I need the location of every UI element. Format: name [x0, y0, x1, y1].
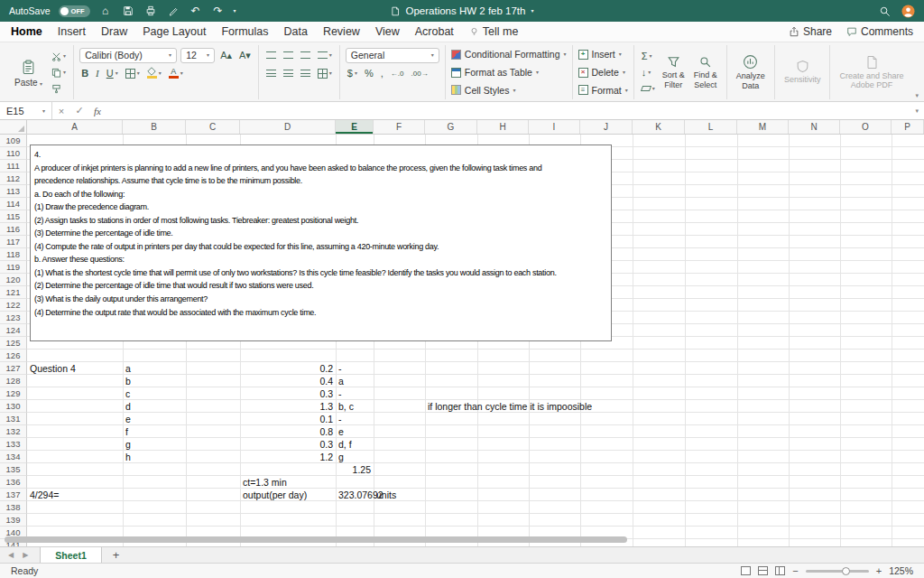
format-painter-button[interactable]: [50, 81, 68, 97]
cell-D127[interactable]: 0.2: [240, 362, 336, 375]
comma-style-button[interactable]: ,: [379, 66, 385, 81]
cell-B129[interactable]: c: [123, 387, 133, 400]
column-header-C[interactable]: C: [186, 120, 240, 134]
analyze-data-button[interactable]: Analyze Data: [733, 53, 769, 91]
tab-view[interactable]: View: [375, 25, 400, 38]
home-icon[interactable]: ⌂: [98, 4, 113, 18]
row-header-128[interactable]: 128: [0, 375, 27, 387]
search-icon[interactable]: [879, 5, 891, 17]
confirm-entry-button[interactable]: ✓: [70, 105, 88, 117]
column-header-I[interactable]: I: [529, 120, 580, 134]
tab-review[interactable]: Review: [323, 25, 360, 38]
tab-insert[interactable]: Insert: [58, 25, 86, 38]
share-button[interactable]: Share: [789, 25, 832, 38]
cell-F137[interactable]: units: [374, 489, 399, 501]
column-header-J[interactable]: J: [580, 120, 633, 134]
font-name-select[interactable]: Calibri (Body)▾: [79, 48, 177, 63]
find-select-button[interactable]: Find & Select: [690, 46, 721, 98]
row-header-110[interactable]: 110: [0, 147, 27, 160]
formula-input[interactable]: [106, 102, 915, 119]
cell-E128[interactable]: a: [336, 375, 346, 387]
cell-D133[interactable]: 0.3: [240, 438, 336, 451]
cell-B134[interactable]: h: [123, 451, 134, 463]
cell-D130[interactable]: 1.3: [240, 400, 336, 413]
row-header-114[interactable]: 114: [0, 198, 27, 210]
insert-cells-button[interactable]: + Insert▾: [578, 46, 628, 63]
conditional-formatting-button[interactable]: Conditional Formatting▾: [451, 46, 567, 63]
cell-B133[interactable]: g: [123, 438, 134, 451]
zoom-in-button[interactable]: +: [876, 565, 882, 576]
comments-button[interactable]: Comments: [846, 25, 913, 38]
font-color-button[interactable]: A ▾: [167, 66, 185, 81]
name-box[interactable]: E15 ▾: [0, 102, 52, 119]
merge-center-button[interactable]: ▾: [316, 66, 334, 81]
add-sheet-button[interactable]: +: [106, 548, 127, 562]
cell-B131[interactable]: e: [123, 413, 134, 425]
column-header-H[interactable]: H: [477, 120, 529, 134]
cell-D129[interactable]: 0.3: [240, 387, 336, 400]
row-header-112[interactable]: 112: [0, 172, 27, 185]
fill-button[interactable]: ↓▾: [640, 65, 657, 80]
normal-view-icon[interactable]: [741, 566, 751, 575]
row-header-139[interactable]: 139: [0, 514, 27, 527]
cell-G130[interactable]: if longer than cycle time it is impoosib…: [425, 400, 595, 413]
cell-E131[interactable]: -: [336, 413, 345, 425]
cut-button[interactable]: ▾: [50, 49, 68, 64]
shrink-font-button[interactable]: A▾: [237, 48, 253, 63]
column-header-M[interactable]: M: [737, 120, 789, 134]
cell-E135[interactable]: 1.25: [336, 463, 374, 476]
column-header-F[interactable]: F: [374, 120, 425, 134]
cell-E130[interactable]: b, c: [336, 400, 356, 413]
cell-A127[interactable]: Question 4: [27, 362, 79, 375]
align-middle-button[interactable]: [282, 48, 295, 63]
row-header-111[interactable]: 111: [0, 160, 27, 172]
tab-home[interactable]: Home: [11, 25, 42, 38]
row-header-122[interactable]: 122: [0, 299, 27, 312]
row-header-134[interactable]: 134: [0, 451, 27, 463]
row-header-131[interactable]: 131: [0, 413, 27, 425]
cell-styles-button[interactable]: Cell Styles▾: [451, 81, 567, 98]
autosum-button[interactable]: Σ▾: [640, 49, 657, 64]
row-header-138[interactable]: 138: [0, 501, 27, 514]
autosave-toggle[interactable]: OFF: [59, 5, 90, 17]
decrease-decimal-button[interactable]: .00→: [410, 66, 430, 81]
align-right-button[interactable]: [299, 66, 312, 81]
row-header-118[interactable]: 118: [0, 248, 27, 261]
grow-font-button[interactable]: A▴: [218, 48, 234, 63]
column-header-P[interactable]: P: [892, 120, 924, 134]
wrap-text-button[interactable]: ▾: [316, 48, 334, 63]
insert-function-button[interactable]: fx: [88, 106, 106, 117]
tab-formulas[interactable]: Formulas: [221, 25, 268, 38]
ribbon-collapse-icon[interactable]: ▾: [915, 92, 919, 99]
column-header-D[interactable]: D: [240, 120, 336, 134]
cell-E132[interactable]: e: [336, 425, 346, 438]
column-header-B[interactable]: B: [123, 120, 186, 134]
next-sheet-icon[interactable]: ▶: [20, 551, 31, 559]
borders-button[interactable]: ▾: [124, 66, 142, 81]
row-header-124[interactable]: 124: [0, 324, 27, 337]
tab-data[interactable]: Data: [283, 25, 307, 38]
zoom-slider[interactable]: [806, 570, 869, 573]
cell-D128[interactable]: 0.4: [240, 375, 336, 387]
row-header-116[interactable]: 116: [0, 223, 27, 236]
align-left-button[interactable]: [264, 66, 278, 81]
row-header-133[interactable]: 133: [0, 438, 27, 451]
tab-acrobat[interactable]: Acrobat: [415, 25, 454, 38]
row-header-132[interactable]: 132: [0, 425, 27, 438]
zoom-out-button[interactable]: −: [792, 565, 798, 576]
clear-button[interactable]: ▾: [640, 81, 657, 97]
row-header-117[interactable]: 117: [0, 236, 27, 248]
question-textbox[interactable]: 4.A producer of inkjet printers is plann…: [30, 144, 612, 341]
history-chevron-icon[interactable]: ▾: [234, 8, 236, 14]
formula-bar-expand-icon[interactable]: ▾: [915, 107, 924, 115]
underline-button[interactable]: U▾: [105, 66, 120, 81]
format-as-table-button[interactable]: Format as Table▾: [451, 64, 567, 81]
paste-button[interactable]: Paste ▾: [11, 46, 46, 98]
cell-B130[interactable]: d: [123, 400, 134, 413]
page-break-view-icon[interactable]: [775, 566, 785, 575]
cell-D137[interactable]: output(per day): [240, 489, 310, 501]
column-header-G[interactable]: G: [425, 120, 477, 134]
column-header-K[interactable]: K: [633, 120, 685, 134]
cell-E127[interactable]: -: [336, 362, 345, 375]
sensitivity-button[interactable]: Sensitivity: [781, 59, 825, 85]
